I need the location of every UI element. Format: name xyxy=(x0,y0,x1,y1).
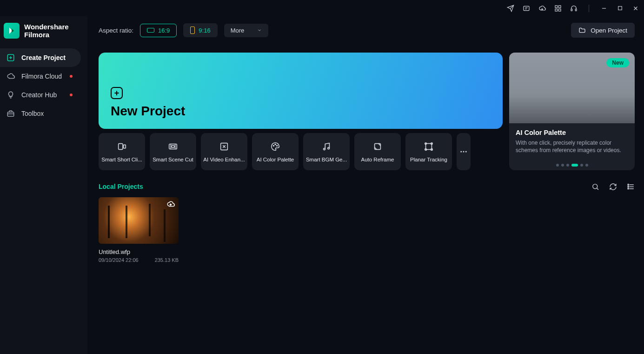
svg-rect-30 xyxy=(628,184,629,185)
send-icon[interactable] xyxy=(507,5,514,12)
more-dots-icon xyxy=(458,146,469,157)
new-project-card[interactable]: + New Project xyxy=(99,53,503,129)
project-thumbnail xyxy=(99,197,179,244)
svg-rect-32 xyxy=(628,188,629,189)
svg-rect-21 xyxy=(426,144,432,150)
tool-smart-short-clips[interactable]: Smart Short Cli... xyxy=(99,133,145,170)
aspect-16-9-chip[interactable]: 16:9 xyxy=(140,24,177,37)
apps-grid-icon[interactable] xyxy=(554,5,562,12)
svg-rect-11 xyxy=(124,145,126,148)
plus-square-icon xyxy=(7,53,15,62)
tool-smart-scene-cut[interactable]: Smart Scene Cut xyxy=(150,133,196,170)
carousel-indicators[interactable] xyxy=(509,164,635,170)
cloud-upload-icon[interactable] xyxy=(166,200,175,208)
tool-label: AI Color Palette xyxy=(254,157,297,162)
minimize-icon[interactable] xyxy=(600,5,608,12)
svg-rect-4 xyxy=(558,9,561,11)
svg-point-13 xyxy=(172,145,174,148)
sidebar-item-creator-hub[interactable]: Creator Hub xyxy=(0,86,81,104)
music-ai-icon xyxy=(321,141,332,152)
notification-dot-icon xyxy=(70,75,73,78)
sidebar-item-create-project[interactable]: Create Project xyxy=(0,48,81,67)
brand-line1: Wondershare xyxy=(24,23,69,31)
sidebar-item-label: Create Project xyxy=(21,54,66,61)
open-project-button[interactable]: Open Project xyxy=(571,23,635,38)
tool-label: Smart BGM Ge... xyxy=(305,157,348,162)
tool-label: Smart Short Cli... xyxy=(100,157,143,162)
sidebar-item-toolbox[interactable]: Toolbox xyxy=(0,104,81,123)
dot-indicator[interactable] xyxy=(580,164,583,167)
sidebar-item-label: Creator Hub xyxy=(21,91,57,99)
clip-icon xyxy=(116,141,127,152)
tool-planar-tracking[interactable]: Planar Tracking xyxy=(405,133,452,170)
project-name: Untitled.wfp xyxy=(99,248,179,255)
svg-point-16 xyxy=(275,144,276,145)
local-projects-title: Local Projects xyxy=(99,183,143,190)
bulb-icon xyxy=(7,91,15,99)
plus-box-icon: + xyxy=(111,87,123,99)
titlebar xyxy=(0,0,644,16)
chip-label: 9:16 xyxy=(199,27,210,34)
svg-rect-0 xyxy=(524,6,529,10)
sidebar-item-filmora-cloud[interactable]: Filmora Cloud xyxy=(0,67,81,86)
refresh-icon[interactable] xyxy=(609,182,617,191)
svg-rect-2 xyxy=(558,6,561,8)
search-icon[interactable] xyxy=(591,182,599,191)
dot-indicator-active[interactable] xyxy=(571,164,578,167)
new-badge: New xyxy=(606,58,629,67)
tool-label: Auto Reframe xyxy=(356,157,399,162)
open-project-label: Open Project xyxy=(591,27,627,34)
dot-indicator[interactable] xyxy=(561,164,564,167)
svg-rect-31 xyxy=(628,186,629,187)
portrait-ratio-icon xyxy=(190,27,195,34)
svg-point-26 xyxy=(460,151,462,153)
sidebar-item-label: Filmora Cloud xyxy=(21,73,62,80)
tool-auto-reframe[interactable]: Auto Reframe xyxy=(354,133,401,170)
svg-rect-12 xyxy=(169,144,177,149)
dot-indicator[interactable] xyxy=(556,164,559,167)
svg-rect-3 xyxy=(555,9,558,11)
section-header: Local Projects xyxy=(99,182,635,191)
dot-indicator[interactable] xyxy=(566,164,569,167)
brand-logo-icon xyxy=(4,23,20,39)
svg-rect-1 xyxy=(555,6,558,8)
dot-indicator[interactable] xyxy=(585,164,588,167)
tool-ai-video-enhancer[interactable]: AI Video Enhan... xyxy=(201,133,247,170)
close-icon[interactable] xyxy=(632,5,639,12)
maximize-icon[interactable] xyxy=(616,5,624,12)
aspect-9-16-chip[interactable]: 9:16 xyxy=(183,23,217,37)
project-item[interactable]: Untitled.wfp 09/10/2024 22:06 235.13 KB xyxy=(99,197,179,263)
toolbox-icon xyxy=(7,109,15,118)
svg-point-28 xyxy=(465,151,467,153)
svg-point-19 xyxy=(328,147,330,149)
svg-rect-10 xyxy=(119,144,123,150)
svg-point-29 xyxy=(592,184,597,188)
list-view-icon[interactable] xyxy=(626,182,635,191)
svg-point-15 xyxy=(273,145,274,146)
project-size: 235.13 KB xyxy=(155,257,179,263)
palette-icon xyxy=(270,141,281,152)
svg-rect-6 xyxy=(575,9,577,11)
project-date: 09/10/2024 22:06 xyxy=(99,257,139,263)
top-toolbar: Aspect ratio: 16:9 9:16 More Open Projec… xyxy=(99,21,635,40)
enhance-icon xyxy=(219,141,230,152)
tool-ai-color-palette[interactable]: AI Color Palette xyxy=(252,133,299,170)
feature-card[interactable]: New AI Color Palette With one click, pre… xyxy=(509,53,635,170)
more-ratios-dropdown[interactable]: More xyxy=(224,24,269,37)
cloud-download-icon[interactable] xyxy=(538,5,546,12)
tool-more[interactable] xyxy=(457,133,471,170)
notification-dot-icon xyxy=(70,94,73,96)
message-icon[interactable] xyxy=(523,5,530,12)
tool-smart-bgm[interactable]: Smart BGM Ge... xyxy=(303,133,350,170)
feature-image: New xyxy=(509,53,635,123)
folder-icon xyxy=(578,27,586,34)
scene-cut-icon xyxy=(167,141,179,152)
brand-line2: Filmora xyxy=(24,31,69,39)
aspect-ratio-label: Aspect ratio: xyxy=(99,27,133,34)
svg-point-18 xyxy=(324,148,325,150)
svg-rect-5 xyxy=(571,9,572,11)
new-project-title: New Project xyxy=(111,104,491,119)
tool-label: Planar Tracking xyxy=(407,157,450,162)
headphones-icon[interactable] xyxy=(570,5,578,12)
svg-point-27 xyxy=(463,151,465,153)
